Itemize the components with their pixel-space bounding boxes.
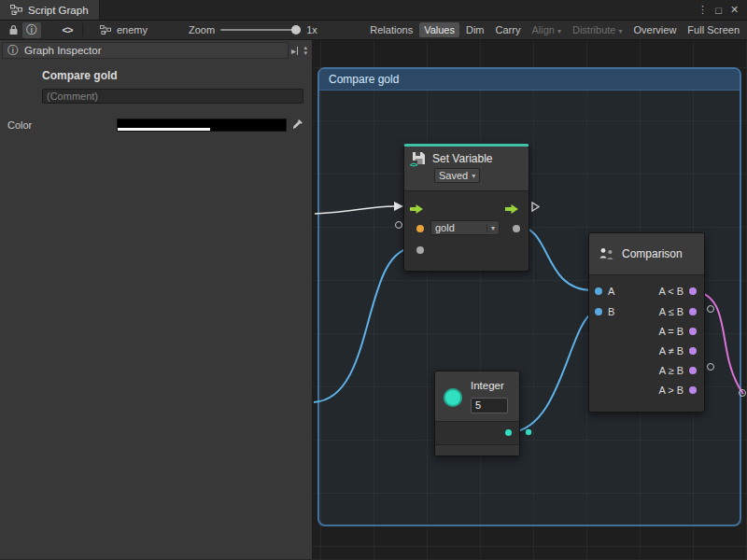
integer-node[interactable]: Integer 5 bbox=[434, 371, 520, 456]
tab-script-graph[interactable]: Script Graph bbox=[0, 0, 100, 20]
value-out-port[interactable] bbox=[513, 225, 520, 232]
unconnected-port[interactable] bbox=[395, 221, 402, 229]
lock-icon[interactable] bbox=[4, 22, 22, 38]
integer-type-icon bbox=[444, 388, 462, 407]
color-label: Color bbox=[7, 119, 32, 131]
color-field-row: Color bbox=[0, 119, 312, 133]
comparison-icon bbox=[599, 247, 614, 261]
comparison-output-port[interactable] bbox=[689, 328, 697, 335]
values-button[interactable]: Values bbox=[419, 22, 459, 37]
maximize-icon[interactable]: □ bbox=[711, 5, 726, 16]
output-label: A < B bbox=[658, 283, 684, 300]
spin-down-icon: ▾ bbox=[303, 50, 307, 56]
integer-value-field[interactable]: 5 bbox=[471, 398, 508, 413]
graph-canvas[interactable]: Compare gold bbox=[313, 40, 747, 559]
relations-button[interactable]: Relations bbox=[365, 22, 417, 37]
graph-inspector-panel: ⓘ Graph Inspector ▸ ▴ ▾ Compare gold Col… bbox=[0, 40, 313, 559]
comparison-a-port[interactable] bbox=[595, 287, 602, 295]
flow-out-bubble[interactable] bbox=[531, 202, 540, 212]
zoom-label: Zoom bbox=[189, 24, 215, 35]
align-button[interactable]: Align ▾ bbox=[527, 22, 566, 37]
code-view-icon[interactable]: <> bbox=[58, 22, 77, 38]
tab-title: Script Graph bbox=[28, 5, 89, 16]
output-label: A ≠ B bbox=[659, 343, 684, 359]
inspected-graph-title: Compare gold bbox=[42, 69, 312, 82]
window-tab-bar: Script Graph ⋮ □ ✕ bbox=[0, 0, 747, 21]
save-variable-icon: <> bbox=[412, 151, 426, 165]
window-menu-icon[interactable]: ⋮ bbox=[695, 4, 711, 16]
full-screen-button[interactable]: Full Screen bbox=[683, 22, 744, 37]
comparison-output-port[interactable] bbox=[689, 367, 697, 374]
flow-out-port[interactable] bbox=[505, 204, 519, 214]
output-label: A = B bbox=[658, 323, 684, 340]
inspector-toggle-icon[interactable]: ⓘ bbox=[22, 22, 41, 38]
integer-output-port[interactable] bbox=[505, 429, 512, 436]
graph-toolbar: ⓘ <> enemy Zoom 1x Relations Values Dim … bbox=[0, 21, 747, 40]
comparison-output-port[interactable] bbox=[689, 386, 697, 394]
comment-input[interactable] bbox=[42, 89, 303, 104]
variable-scope-dropdown[interactable]: Saved ▾ bbox=[434, 168, 480, 183]
variable-name-port[interactable] bbox=[416, 225, 424, 232]
comparison-output-port[interactable] bbox=[689, 287, 697, 295]
unity-visual-scripting-window: Script Graph ⋮ □ ✕ ⓘ <> enemy Zoom bbox=[0, 0, 747, 560]
panel-spinner[interactable]: ▴ ▾ bbox=[301, 45, 310, 56]
unconnected-port[interactable] bbox=[739, 389, 746, 397]
comparison-b-port[interactable] bbox=[595, 308, 602, 315]
set-variable-node[interactable]: <> Set Variable Saved ▾ bbox=[403, 144, 529, 272]
carry-button[interactable]: Carry bbox=[491, 22, 526, 37]
dim-button[interactable]: Dim bbox=[461, 22, 489, 37]
overview-button[interactable]: Overview bbox=[629, 22, 682, 37]
zoom-value: 1x bbox=[306, 24, 317, 35]
node-title: Set Variable bbox=[432, 152, 492, 165]
output-label: A > B bbox=[658, 382, 684, 399]
zoom-slider[interactable] bbox=[220, 29, 301, 31]
output-label: A ≥ B bbox=[659, 362, 684, 379]
comparison-output-port[interactable] bbox=[689, 347, 697, 355]
chevron-down-icon: ▾ bbox=[472, 172, 475, 180]
close-icon[interactable]: ✕ bbox=[726, 4, 742, 16]
node-footer bbox=[435, 444, 519, 455]
input-label: A bbox=[608, 283, 614, 300]
node-title: Integer bbox=[471, 380, 504, 391]
toolbar-separator bbox=[82, 23, 83, 36]
variable-badge-icon: <> bbox=[409, 161, 417, 169]
script-graph-icon bbox=[10, 5, 22, 15]
graph-name-label: enemy bbox=[117, 24, 148, 35]
chevron-down-icon: ▾ bbox=[619, 27, 623, 35]
distribute-button[interactable]: Distribute ▾ bbox=[568, 22, 627, 37]
node-title: Comparison bbox=[622, 247, 683, 260]
eyedropper-icon[interactable] bbox=[291, 119, 303, 131]
comparison-node[interactable]: Comparison A A < B B A ≤ B A = B bbox=[588, 232, 705, 413]
variable-name-dropdown[interactable]: gold ▾ bbox=[430, 220, 500, 235]
info-icon: ⓘ bbox=[7, 43, 19, 59]
chevron-down-icon: ▾ bbox=[486, 224, 495, 232]
input-label: B bbox=[608, 303, 614, 320]
flow-in-port[interactable] bbox=[410, 204, 424, 214]
comparison-output-port[interactable] bbox=[689, 308, 697, 315]
chevron-down-icon: ▾ bbox=[557, 27, 561, 35]
graph-inspector-header: ⓘ Graph Inspector bbox=[2, 42, 289, 59]
group-header[interactable]: Compare gold bbox=[319, 69, 740, 91]
alpha-strip bbox=[118, 128, 210, 131]
unconnected-port[interactable] bbox=[707, 363, 714, 371]
unconnected-port[interactable] bbox=[707, 305, 714, 313]
zoom-slider-handle[interactable] bbox=[291, 25, 301, 35]
value-in-port[interactable] bbox=[416, 246, 424, 254]
dock-icon[interactable]: ▸ bbox=[291, 46, 299, 56]
window-controls: ⋮ □ ✕ bbox=[695, 0, 747, 20]
output-label: A ≤ B bbox=[659, 303, 684, 320]
graph-asset-icon bbox=[96, 22, 115, 38]
color-swatch[interactable] bbox=[117, 119, 287, 132]
